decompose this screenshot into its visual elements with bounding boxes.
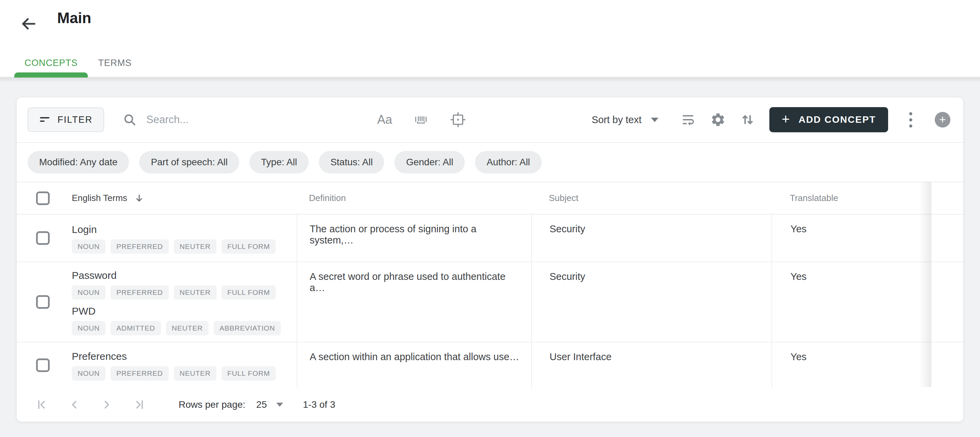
table-row[interactable]: Preferences NOUN PREFERRED NEUTER FULL F…: [17, 342, 963, 388]
tab-terms[interactable]: TERMS: [88, 49, 142, 77]
concepts-card: FILTER Aa: [16, 97, 964, 422]
match-case-icon[interactable]: Aa: [377, 114, 392, 126]
whole-word-icon[interactable]: [413, 111, 429, 128]
last-page-button[interactable]: [133, 398, 146, 411]
add-concept-label: ADD CONCEPT: [799, 114, 876, 125]
sort-by-dropdown[interactable]: Sort by text: [592, 114, 659, 126]
back-arrow-icon: [20, 15, 37, 33]
term-name: Login: [72, 223, 275, 236]
sort-by-label: Sort by text: [592, 114, 642, 126]
term-name: Password: [72, 269, 281, 282]
search-input[interactable]: [146, 113, 377, 126]
badge-type: FULL FORM: [221, 239, 275, 254]
table-header: English Terms Definition Subject Transla…: [17, 182, 963, 215]
search-options: Aa: [377, 111, 466, 128]
term-badges: NOUN PREFERRED NEUTER FULL FORM: [72, 366, 275, 381]
top-header: Main CONCEPTS TERMS: [0, 0, 980, 78]
filter-button[interactable]: FILTER: [27, 108, 104, 132]
select-all-checkbox[interactable]: [36, 191, 50, 205]
term-badges: NOUN ADMITTED NEUTER ABBREVIATION: [72, 321, 281, 335]
filter-icon: [39, 114, 51, 126]
terms-cell: Password NOUN PREFERRED NEUTER FULL FORM…: [17, 262, 297, 342]
exact-match-icon[interactable]: [450, 111, 466, 128]
pagination-range: 1-3 of 3: [303, 399, 335, 410]
column-translatable: Translatable: [772, 193, 931, 203]
badge-status: PREFERRED: [111, 366, 169, 381]
plus-icon: +: [782, 112, 790, 126]
tab-bar: CONCEPTS TERMS: [14, 49, 142, 77]
settings-gear-icon[interactable]: [710, 112, 726, 127]
kebab-dot: [909, 124, 912, 127]
subject-cell: Security: [531, 262, 772, 342]
translatable-cell: Yes: [772, 262, 931, 342]
search-icon: [123, 113, 137, 127]
rows-per-page-label: Rows per page:: [179, 399, 245, 410]
chip-status[interactable]: Status: All: [319, 151, 385, 173]
term-badges: NOUN PREFERRED NEUTER FULL FORM: [72, 239, 275, 254]
definition-cell: The action or process of signing into a …: [297, 215, 531, 262]
filter-chips-row: Modified: Any date Part of speech: All T…: [17, 143, 963, 182]
view-options: [680, 112, 755, 127]
definition-cell: A secret word or phrase used to authenti…: [297, 262, 531, 342]
badge-type: FULL FORM: [221, 285, 275, 300]
previous-page-button[interactable]: [68, 398, 81, 411]
chip-modified[interactable]: Modified: Any date: [27, 151, 129, 173]
terms-cell: Login NOUN PREFERRED NEUTER FULL FORM: [17, 215, 297, 262]
definition-cell: A section within an application that all…: [297, 342, 531, 388]
translatable-cell: Yes: [772, 215, 931, 262]
table-row[interactable]: Login NOUN PREFERRED NEUTER FULL FORM Th…: [17, 215, 963, 262]
badge-pos: NOUN: [72, 239, 105, 254]
subject-cell: Security: [531, 215, 772, 262]
sort-desc-arrow-icon[interactable]: [134, 193, 144, 203]
chip-gender[interactable]: Gender: All: [395, 151, 465, 173]
search-box: [123, 113, 377, 127]
chip-part-of-speech[interactable]: Part of speech: All: [139, 151, 239, 173]
chip-type[interactable]: Type: All: [250, 151, 309, 173]
badge-gender: NEUTER: [174, 285, 216, 300]
filter-button-label: FILTER: [57, 114, 92, 125]
badge-status: PREFERRED: [111, 239, 169, 254]
terms-cell: Preferences NOUN PREFERRED NEUTER FULL F…: [17, 342, 297, 388]
badge-pos: NOUN: [72, 366, 105, 381]
table-footer: Rows per page: 25 1-3 of 3: [17, 388, 963, 422]
badge-pos: NOUN: [72, 285, 105, 300]
termbase-app: Main CONCEPTS TERMS FILTER: [0, 0, 980, 437]
pagination: [35, 398, 146, 411]
chip-author[interactable]: Author: All: [475, 151, 542, 173]
next-page-button[interactable]: [100, 398, 113, 411]
row-checkbox[interactable]: [36, 231, 50, 245]
header-terms-cell: English Terms: [17, 191, 297, 205]
first-page-button[interactable]: [35, 398, 48, 411]
translatable-cell: Yes: [772, 342, 931, 388]
column-english-terms: English Terms: [72, 193, 127, 203]
badge-status: ADMITTED: [111, 321, 161, 335]
back-button[interactable]: [18, 13, 40, 35]
page-title: Main: [57, 10, 91, 27]
kebab-dot: [909, 118, 912, 121]
add-concept-button[interactable]: + ADD CONCEPT: [769, 107, 888, 132]
table-row[interactable]: Password NOUN PREFERRED NEUTER FULL FORM…: [17, 262, 963, 342]
kebab-dot: [909, 112, 912, 115]
wrap-text-icon[interactable]: [680, 112, 696, 127]
column-definition: Definition: [297, 193, 531, 203]
sort-caret-icon: [651, 118, 659, 122]
badge-pos: NOUN: [72, 321, 105, 335]
badge-gender: NEUTER: [174, 366, 216, 381]
badge-gender: NEUTER: [166, 321, 208, 335]
badge-gender: NEUTER: [174, 239, 216, 254]
row-checkbox[interactable]: [36, 295, 50, 309]
badge-status: PREFERRED: [111, 285, 169, 300]
term-badges: NOUN PREFERRED NEUTER FULL FORM: [72, 285, 281, 300]
toolbar: FILTER Aa: [17, 97, 963, 143]
badge-type: FULL FORM: [221, 366, 275, 381]
tab-concepts[interactable]: CONCEPTS: [14, 49, 88, 77]
rows-per-page-caret-icon[interactable]: [276, 403, 283, 407]
add-circle-button[interactable]: +: [935, 112, 950, 127]
more-options-button[interactable]: [906, 109, 916, 131]
subject-cell: User Interface: [531, 342, 772, 388]
sort-order-icon[interactable]: [740, 112, 755, 127]
rows-per-page-select[interactable]: 25: [256, 399, 267, 410]
term-name: Preferences: [72, 350, 275, 363]
column-subject: Subject: [531, 193, 772, 203]
row-checkbox[interactable]: [36, 358, 50, 372]
